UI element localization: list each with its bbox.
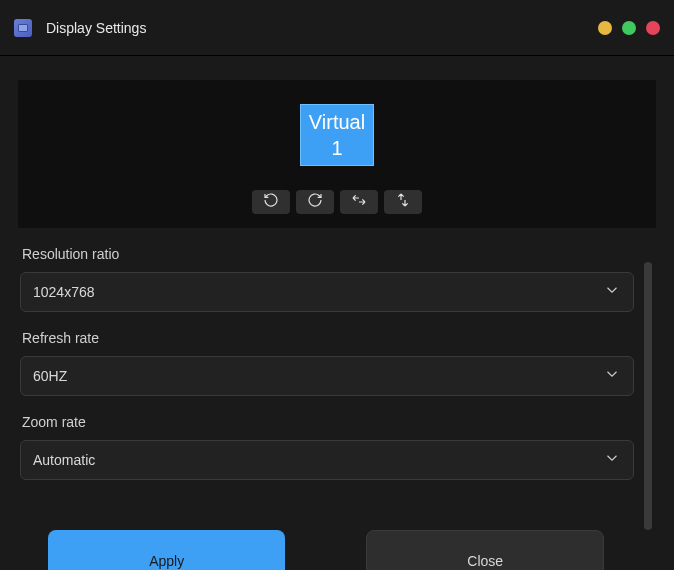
close-window-button[interactable] [646, 21, 660, 35]
flip-horizontal-button[interactable] [340, 190, 378, 214]
resolution-value: 1024x768 [33, 284, 95, 300]
minimize-button[interactable] [598, 21, 612, 35]
close-button[interactable]: Close [366, 530, 604, 570]
zoom-rate-dropdown[interactable]: Automatic [20, 440, 634, 480]
titlebar-left: Display Settings [14, 19, 146, 37]
content: Virtual 1 [0, 80, 674, 570]
app-icon [14, 19, 32, 37]
refresh-rate-label: Refresh rate [20, 330, 654, 346]
zoom-rate-setting: Zoom rate Automatic [20, 414, 654, 480]
titlebar: Display Settings [0, 0, 674, 56]
rotate-cw-icon [307, 192, 323, 212]
resolution-label: Resolution ratio [20, 246, 654, 262]
chevron-down-icon [603, 281, 621, 303]
monitor-display[interactable]: Virtual 1 [300, 104, 374, 166]
flip-horizontal-icon [351, 192, 367, 212]
chevron-down-icon [603, 449, 621, 471]
flip-vertical-icon [395, 192, 411, 212]
action-buttons: Apply Close [28, 530, 624, 570]
window-title: Display Settings [46, 20, 146, 36]
rotate-cw-button[interactable] [296, 190, 334, 214]
refresh-rate-dropdown[interactable]: 60HZ [20, 356, 634, 396]
monitor-preview-section: Virtual 1 [18, 80, 656, 228]
refresh-rate-value: 60HZ [33, 368, 67, 384]
rotate-ccw-icon [263, 192, 279, 212]
refresh-rate-setting: Refresh rate 60HZ [20, 330, 654, 396]
rotate-ccw-button[interactable] [252, 190, 290, 214]
zoom-rate-label: Zoom rate [20, 414, 654, 430]
chevron-down-icon [603, 365, 621, 387]
maximize-button[interactable] [622, 21, 636, 35]
flip-vertical-button[interactable] [384, 190, 422, 214]
resolution-setting: Resolution ratio 1024x768 [20, 246, 654, 312]
apply-button[interactable]: Apply [48, 530, 285, 570]
rotation-controls [252, 190, 422, 214]
scrollbar[interactable] [644, 262, 652, 530]
resolution-dropdown[interactable]: 1024x768 [20, 272, 634, 312]
settings-area: Resolution ratio 1024x768 Refresh rate 6… [0, 228, 674, 480]
window-controls [598, 21, 660, 35]
zoom-rate-value: Automatic [33, 452, 95, 468]
